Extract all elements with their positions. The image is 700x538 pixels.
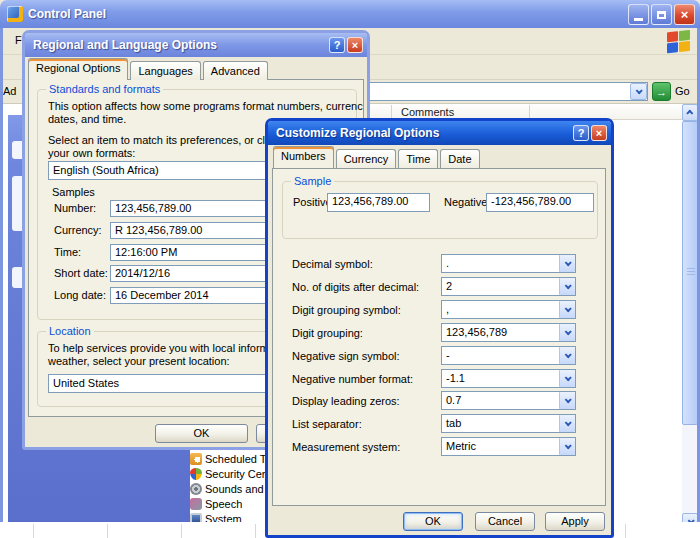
dropdown-button[interactable] (559, 370, 575, 387)
negative-number-format-select[interactable]: -1.1 (441, 369, 576, 388)
combo-value: Metric (446, 440, 476, 452)
select-item-line2: your own formats: (48, 147, 135, 159)
digit-grouping-symbol-select[interactable]: , (441, 300, 576, 319)
minimize-button[interactable] (628, 4, 649, 25)
combo-value: -1.1 (446, 372, 465, 384)
comments-column-header[interactable]: Comments (401, 106, 454, 118)
short-date-sample-label: Short date: (54, 267, 108, 279)
digits-after-decimal-select[interactable]: 2 (441, 277, 576, 296)
window-controls: × (628, 4, 695, 25)
close-button[interactable]: × (591, 125, 607, 141)
numbers-tab-page: Sample Positive: 123,456,789.00 Negative… (272, 168, 606, 506)
dropdown-button[interactable] (559, 255, 575, 272)
currency-sample-label: Currency: (54, 224, 102, 236)
help-button[interactable]: ? (329, 37, 345, 53)
group-caption: Location (46, 325, 94, 337)
close-button[interactable]: × (674, 4, 695, 25)
tab-date[interactable]: Date (440, 149, 479, 168)
sample-group: Sample Positive: 123,456,789.00 Negative… (282, 181, 598, 239)
number-sample-label: Number: (54, 202, 96, 214)
selected-language-format: English (South Africa) (53, 164, 159, 176)
column-separator[interactable] (391, 105, 392, 118)
control-panel-icon (7, 6, 23, 22)
maximize-button[interactable] (651, 4, 672, 25)
scrollbar-thumb[interactable] (682, 121, 698, 425)
list-item-label: Scheduled Ta (205, 453, 271, 465)
standards-description-line1: This option affects how some programs fo… (48, 100, 364, 112)
dropdown-button[interactable] (559, 392, 575, 409)
sounds-audio-icon (190, 483, 202, 495)
tab-currency[interactable]: Currency (336, 149, 397, 168)
address-dropdown-button[interactable] (630, 83, 647, 100)
cancel-button[interactable]: Cancel (475, 512, 535, 531)
combo-value: , (446, 303, 449, 315)
positive-sample-field[interactable]: 123,456,789.00 (327, 193, 430, 212)
digit-grouping-select[interactable]: 123,456,789 (441, 323, 576, 342)
selected-location: United States (53, 377, 119, 389)
customize-regional-options-dialog: Customize Regional Options ? × Numbers C… (265, 118, 614, 538)
tab-regional-options[interactable]: Regional Options (28, 58, 128, 80)
apply-button[interactable]: Apply (545, 512, 605, 531)
dropdown-button[interactable] (559, 347, 575, 364)
list-item-speech[interactable]: Speech (190, 497, 242, 511)
chevron-down-icon (565, 419, 572, 426)
digits-after-decimal-label: No. of digits after decimal: (292, 281, 419, 293)
tab-numbers[interactable]: Numbers (273, 146, 334, 168)
dropdown-button[interactable] (559, 415, 575, 432)
list-item-scheduled-tasks[interactable]: Scheduled Ta (190, 452, 271, 466)
ok-button[interactable]: OK (155, 424, 248, 443)
customize-dialog-tabs: Numbers Currency Time Date (273, 146, 480, 168)
dropdown-button[interactable] (559, 278, 575, 295)
digit-grouping-label: Digit grouping: (292, 327, 363, 339)
chevron-down-icon (636, 87, 643, 94)
list-item-sounds-audio[interactable]: Sounds and A (190, 482, 274, 496)
decimal-symbol-select[interactable]: . (441, 254, 576, 273)
negative-sample-label: Negative: (444, 196, 490, 208)
ok-button[interactable]: OK (403, 512, 463, 531)
go-arrow-icon: → (656, 86, 667, 98)
digit-grouping-symbol-label: Digit grouping symbol: (292, 304, 401, 316)
dialog-title: Regional and Language Options (25, 38, 217, 52)
negative-number-format-label: Negative number format: (292, 373, 413, 385)
go-button[interactable]: → (652, 82, 671, 101)
vertical-scrollbar[interactable] (682, 104, 698, 530)
minimize-icon (634, 18, 643, 21)
list-item-security-center[interactable]: Security Cent (190, 467, 271, 481)
address-label: Ad (3, 85, 16, 97)
dialog-titlebar: Customize Regional Options ? × (268, 121, 611, 145)
scroll-up-button[interactable] (682, 104, 698, 121)
help-button[interactable]: ? (573, 125, 589, 141)
display-leading-zeros-select[interactable]: 0.7 (441, 391, 576, 410)
control-panel-titlebar: Control Panel × (0, 0, 700, 28)
scheduled-tasks-icon (190, 453, 202, 465)
combo-value: . (446, 257, 449, 269)
display-leading-zeros-label: Display leading zeros: (292, 395, 400, 407)
negative-sample-field[interactable]: -123,456,789.00 (486, 193, 594, 212)
tab-time[interactable]: Time (398, 149, 438, 168)
tab-languages[interactable]: Languages (130, 61, 200, 80)
dialog-title: Customize Regional Options (268, 126, 439, 140)
speech-icon (190, 498, 202, 510)
chevron-down-icon (565, 282, 572, 289)
negative-sign-symbol-select[interactable]: - (441, 346, 576, 365)
list-item-label: Sounds and A (205, 483, 274, 495)
column-separator[interactable] (529, 105, 530, 118)
group-caption: Sample (291, 175, 334, 187)
dropdown-button[interactable] (559, 438, 575, 455)
dropdown-button[interactable] (559, 301, 575, 318)
chevron-down-icon (565, 259, 572, 266)
go-button-label: Go (675, 85, 690, 97)
combo-value: tab (446, 417, 461, 429)
combo-value: - (446, 349, 450, 361)
list-separator-select[interactable]: tab (441, 414, 576, 433)
dropdown-button[interactable] (559, 324, 575, 341)
decimal-symbol-label: Decimal symbol: (292, 258, 373, 270)
regional-dialog-tabs: Regional Options Languages Advanced (28, 58, 268, 80)
measurement-system-select[interactable]: Metric (441, 437, 576, 456)
time-sample-label: Time: (54, 246, 81, 258)
negative-sign-symbol-label: Negative sign symbol: (292, 350, 400, 362)
tab-advanced[interactable]: Advanced (203, 61, 268, 80)
file-menu[interactable]: F (15, 34, 22, 46)
close-button[interactable]: × (347, 37, 363, 53)
chevron-down-icon (565, 351, 572, 358)
